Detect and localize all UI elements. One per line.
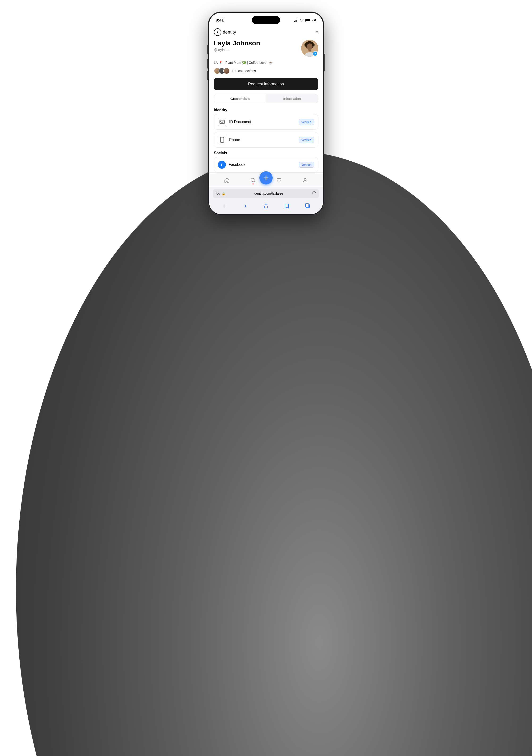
- facebook-icon: [218, 161, 226, 169]
- dynamic-island: [252, 16, 280, 24]
- svg-point-10: [220, 121, 222, 122]
- facebook-left: Facebook: [218, 161, 245, 169]
- browser-bookmarks-button[interactable]: [282, 201, 291, 211]
- verified-check-icon: ✓: [314, 52, 316, 55]
- status-icons: 99: [294, 18, 316, 22]
- id-document-icon: [218, 118, 226, 126]
- connections-count: 100 connections: [232, 69, 256, 73]
- browser-share-button[interactable]: [261, 201, 271, 211]
- search-notification-dot: [252, 183, 253, 184]
- facebook-card[interactable]: Facebook Verified: [214, 157, 318, 172]
- app-header: i dentity ≡: [209, 25, 323, 38]
- identity-section-header: Identity: [209, 107, 323, 114]
- browser-nav-bar: [209, 200, 323, 214]
- url-bar[interactable]: AA 🔒 dentity.com/laylalee: [213, 189, 319, 198]
- tab-information[interactable]: Information: [266, 94, 318, 103]
- phone-status: Verified: [299, 137, 314, 143]
- tab-credentials[interactable]: Credentials: [214, 94, 266, 103]
- profile-avatar-container: ✓: [301, 40, 318, 57]
- browser-toolbar: AA 🔒 dentity.com/laylalee: [209, 187, 323, 214]
- browser-tabs-button[interactable]: [303, 201, 313, 211]
- tabs-row: Credentials Information: [214, 94, 318, 103]
- add-fab-button[interactable]: [259, 171, 273, 184]
- svg-rect-7: [309, 49, 311, 51]
- logo-icon: i: [214, 28, 221, 36]
- url-address-text: dentity.com/laylalee: [227, 192, 310, 195]
- profile-name: Layla Johnson: [214, 40, 301, 47]
- phone-left: Phone: [218, 136, 240, 144]
- text-size-button[interactable]: AA: [216, 192, 220, 195]
- svg-point-21: [304, 178, 306, 180]
- browser-back-button[interactable]: [219, 201, 229, 211]
- app-logo: i dentity: [214, 28, 236, 36]
- reload-icon[interactable]: [312, 191, 316, 196]
- profile-handle: @laylalee: [214, 48, 301, 52]
- bio-text: LA 📍 | Plant Mom 🌿 | Coffee Lover ☕: [214, 61, 273, 65]
- id-document-label: ID Document: [229, 120, 251, 124]
- id-document-left: ID Document: [218, 118, 251, 126]
- page-background: 9:41: [0, 0, 532, 756]
- bottom-navigation: [209, 173, 323, 187]
- app-content: i dentity ≡ Layla Johnson @laylalee: [209, 25, 323, 173]
- phone-card[interactable]: Phone Verified: [214, 132, 318, 148]
- hamburger-menu-icon[interactable]: ≡: [315, 30, 318, 35]
- facebook-label: Facebook: [229, 163, 245, 167]
- favorites-nav-button[interactable]: [274, 175, 284, 185]
- profile-section: Layla Johnson @laylalee: [209, 38, 323, 60]
- phone-screen: 9:41: [209, 13, 323, 214]
- battery-icon: 99: [305, 19, 316, 22]
- mini-avatar-3: [223, 68, 230, 74]
- search-nav-button[interactable]: [248, 175, 258, 185]
- request-information-button[interactable]: Request information: [214, 78, 318, 90]
- avatar-stack: [214, 68, 230, 74]
- id-document-card[interactable]: ID Document Verified: [214, 114, 318, 130]
- verified-badge: ✓: [313, 51, 318, 56]
- socials-section: Socials Facebook: [209, 150, 323, 172]
- id-document-status: Verified: [299, 119, 314, 125]
- socials-section-header: Socials: [209, 150, 323, 157]
- profile-nav-button[interactable]: [300, 175, 310, 185]
- profile-info: Layla Johnson @laylalee: [214, 40, 301, 52]
- svg-rect-23: [305, 203, 309, 207]
- phone-cred-icon: [218, 136, 226, 144]
- facebook-status: Verified: [299, 162, 314, 168]
- phone-frame: 9:41: [208, 12, 324, 215]
- connections-row[interactable]: 100 connections: [209, 67, 323, 77]
- browser-forward-button[interactable]: [241, 201, 250, 211]
- phone-label: Phone: [229, 138, 240, 142]
- svg-point-15: [222, 141, 222, 142]
- wifi-icon: [300, 18, 304, 22]
- logo-text: dentity: [223, 30, 236, 35]
- signal-bars-icon: [294, 19, 298, 22]
- lock-icon: 🔒: [222, 192, 225, 195]
- status-time: 9:41: [216, 18, 224, 23]
- phone-device: 9:41: [208, 12, 324, 215]
- svg-point-6: [307, 43, 313, 50]
- profile-bio: LA 📍 | Plant Mom 🌿 | Coffee Lover ☕: [209, 60, 323, 67]
- home-nav-button[interactable]: [222, 175, 232, 185]
